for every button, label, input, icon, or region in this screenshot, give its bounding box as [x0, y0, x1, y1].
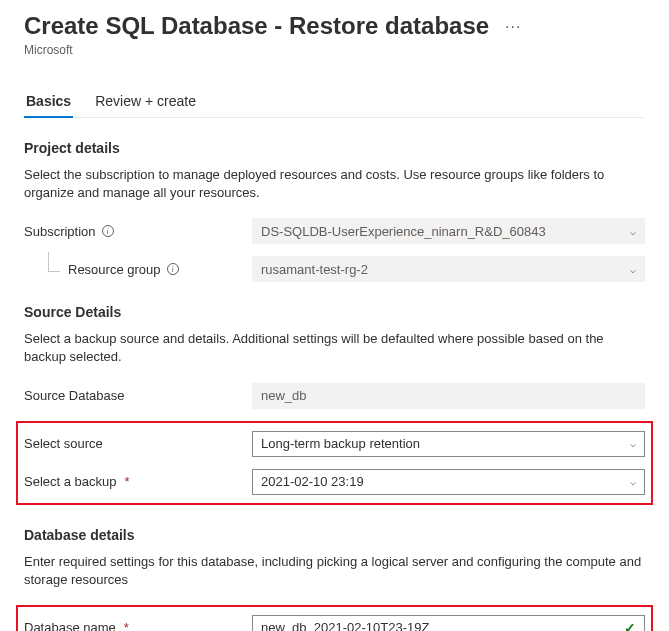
tab-basics[interactable]: Basics — [24, 87, 73, 117]
chevron-down-icon: ⌵ — [630, 264, 636, 275]
chevron-down-icon: ⌵ — [630, 438, 636, 449]
resource-group-dropdown[interactable]: rusamant-test-rg-2 ⌵ — [252, 256, 645, 282]
database-name-input[interactable]: new_db_2021-02-10T23-19Z ✓ — [252, 615, 645, 631]
source-database-field: new_db — [252, 383, 645, 409]
tree-connector — [48, 252, 60, 272]
tab-review-create[interactable]: Review + create — [93, 87, 198, 117]
highlight-source-selection: Select source Long-term backup retention… — [16, 421, 653, 505]
source-database-value: new_db — [261, 388, 636, 403]
subscription-label-text: Subscription — [24, 224, 96, 239]
resource-group-value: rusamant-test-rg-2 — [261, 262, 630, 277]
select-backup-value: 2021-02-10 23:19 — [261, 474, 630, 489]
resource-group-label-text: Resource group — [68, 262, 161, 277]
select-backup-dropdown[interactable]: 2021-02-10 23:19 ⌵ — [252, 469, 645, 495]
subscription-label: Subscription i — [24, 224, 252, 239]
source-database-label: Source Database — [24, 388, 252, 403]
subscription-value: DS-SQLDB-UserExperience_ninarn_R&D_60843 — [261, 224, 630, 239]
database-name-label: Database name * — [24, 620, 252, 631]
select-source-value: Long-term backup retention — [261, 436, 630, 451]
checkmark-icon: ✓ — [624, 620, 636, 631]
database-details-desc: Enter required settings for this databas… — [24, 553, 645, 589]
select-backup-label-text: Select a backup — [24, 474, 117, 489]
page-title: Create SQL Database - Restore database — [24, 12, 489, 41]
tabs: Basics Review + create — [24, 87, 645, 118]
highlight-database-name: Database name * new_db_2021-02-10T23-19Z… — [16, 605, 653, 631]
page-subtitle: Microsoft — [24, 43, 645, 57]
database-details-heading: Database details — [24, 527, 645, 543]
info-icon[interactable]: i — [102, 225, 114, 237]
project-details-heading: Project details — [24, 140, 645, 156]
chevron-down-icon: ⌵ — [630, 226, 636, 237]
chevron-down-icon: ⌵ — [630, 476, 636, 487]
info-icon[interactable]: i — [167, 263, 179, 275]
more-actions-icon[interactable]: ··· — [505, 18, 521, 36]
database-name-label-text: Database name — [24, 620, 116, 631]
select-backup-label: Select a backup * — [24, 474, 252, 489]
project-details-desc: Select the subscription to manage deploy… — [24, 166, 645, 202]
required-indicator: * — [125, 474, 130, 489]
subscription-dropdown[interactable]: DS-SQLDB-UserExperience_ninarn_R&D_60843… — [252, 218, 645, 244]
database-name-value: new_db_2021-02-10T23-19Z — [261, 620, 624, 631]
source-details-desc: Select a backup source and details. Addi… — [24, 330, 645, 366]
resource-group-label: Resource group i — [24, 262, 252, 277]
select-source-label: Select source — [24, 436, 252, 451]
source-details-heading: Source Details — [24, 304, 645, 320]
required-indicator: * — [124, 620, 129, 631]
select-source-dropdown[interactable]: Long-term backup retention ⌵ — [252, 431, 645, 457]
